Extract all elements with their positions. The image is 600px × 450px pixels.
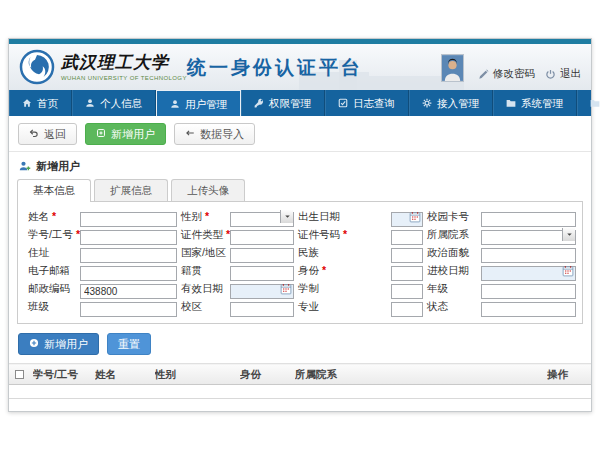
address-field-control bbox=[80, 245, 177, 260]
nav-tab-8[interactable]: 订阅管理 bbox=[577, 90, 600, 116]
nav-tab-5[interactable]: 日志查询 bbox=[325, 90, 409, 116]
submit-add-user-button[interactable]: 新增用户 bbox=[18, 333, 99, 355]
folder-icon bbox=[590, 98, 600, 108]
class-field[interactable] bbox=[80, 302, 177, 317]
name-field-label: 姓名* bbox=[24, 210, 80, 224]
student-id-field[interactable] bbox=[80, 230, 177, 245]
data-import-label: 数据导入 bbox=[200, 127, 244, 142]
name-field[interactable] bbox=[80, 212, 177, 227]
grade-field-label: 年级 bbox=[423, 282, 481, 296]
valid-date-field-label: 有效日期 bbox=[177, 282, 230, 296]
nav-tab-label: 系统管理 bbox=[521, 91, 563, 115]
user-icon bbox=[170, 99, 180, 109]
col-header-3: 性别 bbox=[155, 368, 240, 382]
class-field-control bbox=[80, 299, 177, 314]
native-place-field-label: 籍贯 bbox=[177, 264, 230, 278]
name-field-control bbox=[80, 209, 177, 224]
select-all-checkbox[interactable] bbox=[15, 370, 24, 379]
data-import-button[interactable]: 数据导入 bbox=[174, 123, 255, 145]
nav-tab-label: 首页 bbox=[37, 91, 58, 115]
country-field-control bbox=[230, 245, 294, 260]
entry-date-field-label: 进校日期 bbox=[423, 264, 481, 278]
campus-field-label: 校区 bbox=[177, 300, 230, 314]
id-type-field[interactable] bbox=[230, 230, 294, 245]
form-tab-2[interactable]: 扩展信息 bbox=[94, 179, 168, 201]
email-field[interactable] bbox=[80, 266, 177, 281]
political-status-field[interactable] bbox=[481, 248, 576, 263]
id-number-field[interactable] bbox=[391, 230, 423, 245]
plus-circle-icon bbox=[29, 338, 39, 350]
nav-tab-label: 用户管理 bbox=[185, 92, 227, 116]
new-user-icon bbox=[96, 128, 106, 140]
calendar-icon[interactable] bbox=[409, 211, 421, 223]
nav-tab-3[interactable]: 用户管理 bbox=[156, 90, 241, 116]
form-tab-3[interactable]: 上传头像 bbox=[171, 179, 245, 201]
nav-tab-6[interactable]: 接入管理 bbox=[409, 90, 493, 116]
toolbar: 返回 新增用户 数据导入 bbox=[18, 123, 582, 145]
grade-field[interactable] bbox=[481, 284, 576, 299]
identity-field-label: 身份* bbox=[294, 264, 391, 278]
student-id-field-control bbox=[80, 227, 177, 242]
calendar-icon[interactable] bbox=[280, 283, 292, 295]
col-header-6: 操作 bbox=[547, 368, 585, 382]
major-field-control bbox=[391, 299, 423, 314]
identity-field[interactable] bbox=[391, 266, 423, 281]
nav-tab-label: 个人信息 bbox=[100, 91, 142, 115]
address-field[interactable] bbox=[80, 248, 177, 263]
country-field-label: 国家/地区 bbox=[177, 246, 230, 260]
form-tab-label: 基本信息 bbox=[33, 184, 75, 196]
add-user-toolbar-button[interactable]: 新增用户 bbox=[85, 123, 166, 145]
change-password-link[interactable]: 修改密码 bbox=[478, 67, 535, 81]
nav-tab-2[interactable]: 个人信息 bbox=[72, 90, 156, 116]
native-place-field[interactable] bbox=[230, 266, 294, 281]
form-tab-label: 扩展信息 bbox=[110, 184, 152, 196]
required-asterisk: * bbox=[52, 210, 56, 222]
section-title: 新增用户 bbox=[19, 159, 581, 174]
header-right: 修改密码 退出 bbox=[441, 44, 581, 90]
col-header-2: 姓名 bbox=[95, 368, 155, 382]
campus-field-control bbox=[230, 299, 294, 314]
pencil-icon bbox=[478, 69, 489, 80]
student-id-field-label: 学号/工号* bbox=[24, 228, 80, 242]
dropdown-caret-icon[interactable] bbox=[562, 228, 575, 241]
ethnicity-field[interactable] bbox=[391, 248, 423, 263]
status-field[interactable] bbox=[481, 302, 576, 317]
nav-tab-7[interactable]: 系统管理 bbox=[493, 90, 577, 116]
logout-link[interactable]: 退出 bbox=[545, 67, 581, 81]
user-add-icon bbox=[19, 160, 31, 174]
calendar-icon[interactable] bbox=[562, 265, 574, 277]
birth-date-field-control bbox=[391, 209, 423, 224]
country-field[interactable] bbox=[230, 248, 294, 263]
education-length-field[interactable] bbox=[391, 284, 423, 299]
address-field-label: 住址 bbox=[24, 246, 80, 260]
nav-tab-label: 权限管理 bbox=[269, 91, 311, 115]
app-window: 武汉理工大学 WUHAN UNIVERSITY OF TECHNOLOGY 统一… bbox=[8, 38, 592, 412]
section-title-label: 新增用户 bbox=[36, 159, 80, 174]
dropdown-caret-icon[interactable] bbox=[280, 210, 293, 223]
email-field-control bbox=[80, 263, 177, 278]
status-field-control bbox=[481, 299, 576, 314]
postal-code-field-label: 邮政编码 bbox=[24, 282, 80, 296]
col-header-1: 学号/工号 bbox=[33, 368, 95, 382]
nav-tab-4[interactable]: 权限管理 bbox=[241, 90, 325, 116]
main-nav: 首页个人信息用户管理权限管理日志查询接入管理系统管理订阅管理 bbox=[9, 90, 591, 116]
gear-icon bbox=[422, 98, 432, 108]
required-asterisk: * bbox=[343, 228, 347, 240]
campus-card-field[interactable] bbox=[481, 212, 576, 227]
nav-tab-1[interactable]: 首页 bbox=[9, 90, 72, 116]
major-field[interactable] bbox=[391, 302, 423, 317]
birth-date-field-label: 出生日期 bbox=[294, 210, 391, 224]
campus-field[interactable] bbox=[230, 302, 294, 317]
col-header-4: 身份 bbox=[240, 368, 295, 382]
form-tab-1[interactable]: 基本信息 bbox=[17, 179, 91, 202]
form-tab-label: 上传头像 bbox=[187, 184, 229, 196]
power-icon bbox=[545, 69, 556, 80]
education-length-field-control bbox=[391, 281, 423, 296]
id-type-field-control bbox=[230, 227, 294, 242]
logout-label: 退出 bbox=[560, 67, 581, 81]
back-button[interactable]: 返回 bbox=[18, 123, 77, 145]
postal-code-field[interactable] bbox=[80, 284, 177, 299]
reset-button[interactable]: 重置 bbox=[107, 333, 151, 355]
entry-date-field-control bbox=[481, 263, 576, 278]
required-asterisk: * bbox=[205, 210, 209, 222]
